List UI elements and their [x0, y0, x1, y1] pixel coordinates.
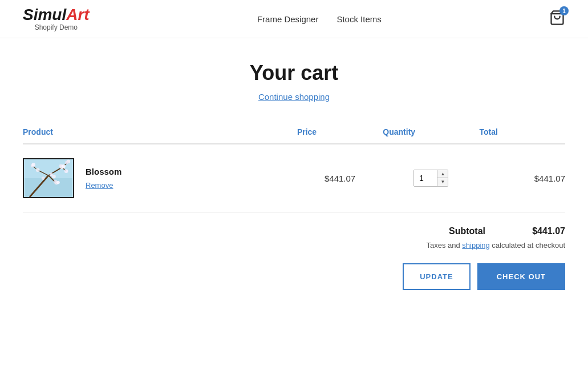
subtotal-amount: $441.07: [520, 226, 565, 236]
cart-item-count: 1: [559, 6, 569, 15]
th-price: Price: [297, 123, 383, 144]
quantity-decrement[interactable]: ▼: [437, 178, 448, 186]
shipping-link[interactable]: shipping: [462, 241, 489, 250]
subtotal-section: Subtotal $441.07 Taxes and shipping calc…: [23, 226, 565, 250]
table-row: Blossom Remove $441.07 ▲ ▼ $44: [23, 144, 565, 212]
quantity-cell: ▲ ▼: [383, 144, 479, 212]
update-button[interactable]: UPDATE: [403, 263, 470, 290]
continue-shopping-section: Continue shopping: [23, 92, 565, 102]
svg-point-23: [52, 175, 56, 179]
logo-subtitle: Shopify Demo: [23, 24, 90, 31]
svg-point-21: [31, 163, 35, 167]
tax-note-text2: calculated at checkout: [490, 241, 565, 250]
product-name: Blossom: [86, 167, 121, 176]
cart-table: Product Price Quantity Total: [23, 123, 565, 212]
logo-simul: Simul: [23, 6, 66, 23]
svg-point-12: [62, 164, 66, 168]
product-image: [23, 158, 74, 198]
nav-stock-items[interactable]: Stock Items: [336, 14, 381, 24]
product-total: $441.07: [480, 144, 565, 212]
checkout-button[interactable]: CHECK OUT: [477, 263, 565, 290]
remove-link[interactable]: Remove: [86, 181, 113, 190]
main-content: Your cart Continue shopping Product Pric…: [0, 38, 588, 324]
continue-shopping-link[interactable]: Continue shopping: [258, 92, 330, 102]
tax-note: Taxes and shipping calculated at checkou…: [426, 241, 565, 250]
quantity-input-wrap: ▲ ▼: [413, 170, 448, 187]
logo[interactable]: SimulArt Shopify Demo: [23, 7, 90, 31]
svg-point-18: [56, 181, 60, 184]
site-header: SimulArt Shopify Demo Frame Designer Sto…: [0, 0, 588, 38]
page-title: Your cart: [23, 61, 565, 85]
tax-note-text: Taxes and: [426, 241, 462, 250]
nav-frame-designer[interactable]: Frame Designer: [257, 14, 319, 24]
product-info: Blossom Remove: [86, 167, 121, 190]
svg-point-24: [42, 176, 45, 180]
svg-point-14: [65, 161, 68, 164]
logo-art: Art: [66, 6, 89, 23]
quantity-increment[interactable]: ▲: [437, 170, 448, 178]
quantity-input[interactable]: [414, 170, 437, 186]
svg-point-19: [36, 168, 40, 172]
main-nav: Frame Designer Stock Items: [257, 14, 382, 24]
svg-point-15: [64, 169, 68, 173]
subtotal-row: Subtotal $441.07: [449, 226, 565, 236]
product-price: $441.07: [297, 144, 383, 212]
table-header-row: Product Price Quantity Total: [23, 123, 565, 144]
subtotal-label: Subtotal: [449, 226, 485, 236]
th-product: Product: [23, 123, 297, 144]
quantity-spinners: ▲ ▼: [437, 170, 448, 186]
action-buttons: UPDATE CHECK OUT: [23, 263, 565, 290]
cart-icon-button[interactable]: 1: [549, 10, 565, 28]
th-total: Total: [480, 123, 565, 144]
th-quantity: Quantity: [383, 123, 479, 144]
product-cell: Blossom Remove: [23, 144, 297, 212]
